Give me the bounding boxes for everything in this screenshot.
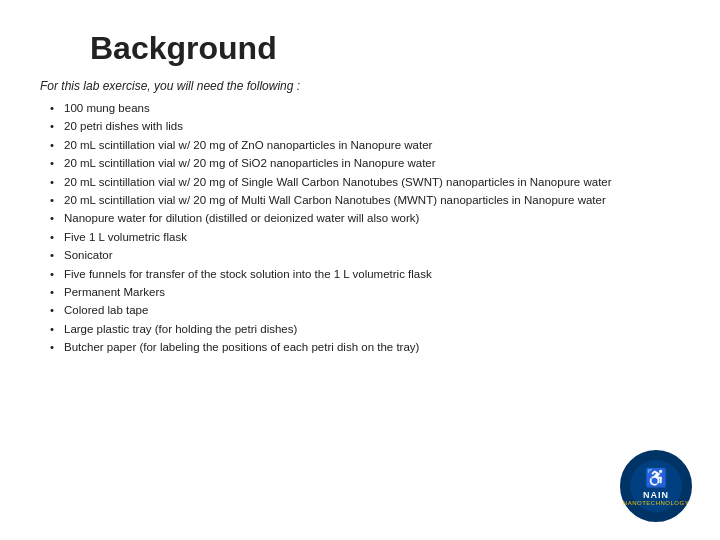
- page: Background For this lab exercise, you wi…: [0, 0, 720, 540]
- person-icon: ♿: [645, 467, 667, 489]
- page-title: Background: [90, 30, 680, 67]
- list-item: 20 mL scintillation vial w/ 20 mg of ZnO…: [50, 136, 680, 154]
- list-item: 100 mung beans: [50, 99, 680, 117]
- list-item: 20 mL scintillation vial w/ 20 mg of Sin…: [50, 173, 680, 191]
- list-item: Nanopure water for dilution (distilled o…: [50, 209, 680, 227]
- list-item: Large plastic tray (for holding the petr…: [50, 320, 680, 338]
- logo-area: ♿ NAIN NANOTECHNOLOGY: [620, 450, 692, 522]
- logo-inner: ♿ NAIN NANOTECHNOLOGY: [630, 460, 682, 512]
- list-item: Colored lab tape: [50, 301, 680, 319]
- list-item: 20 mL scintillation vial w/ 20 mg of SiO…: [50, 154, 680, 172]
- logo-main-text: NAIN: [643, 490, 669, 500]
- list-item: 20 mL scintillation vial w/ 20 mg of Mul…: [50, 191, 680, 209]
- list-item: 20 petri dishes with lids: [50, 117, 680, 135]
- items-list: 100 mung beans20 petri dishes with lids2…: [40, 99, 680, 356]
- list-item: Butcher paper (for labeling the position…: [50, 338, 680, 356]
- logo-sub-text: NANOTECHNOLOGY: [623, 500, 689, 506]
- list-item: Permanent Markers: [50, 283, 680, 301]
- list-item: Five funnels for transfer of the stock s…: [50, 265, 680, 283]
- list-item: Five 1 L volumetric flask: [50, 228, 680, 246]
- logo-circle: ♿ NAIN NANOTECHNOLOGY: [620, 450, 692, 522]
- subtitle: For this lab exercise, you will need the…: [40, 79, 680, 93]
- list-item: Sonicator: [50, 246, 680, 264]
